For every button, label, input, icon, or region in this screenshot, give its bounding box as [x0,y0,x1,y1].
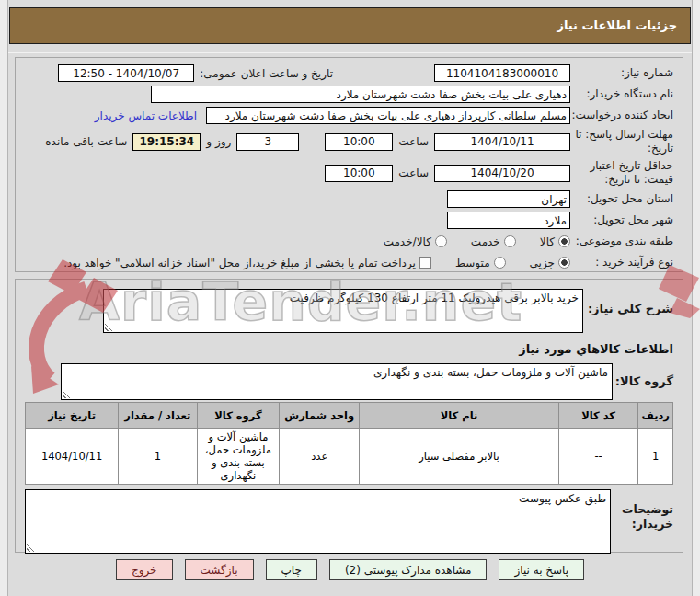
page-edge [0,0,7,596]
description-label: شرح کلي نیاز: [583,289,673,316]
goods-table: ردیف کد کالا نام کالا واحد شمارش گروه کا… [25,402,673,485]
row-buyer-notes: توضیحات خریدار: طبق عکس پیوست [25,489,673,554]
province-label: استان محل تحویل: [570,192,673,206]
buyer-org-input[interactable] [151,86,570,103]
row-price-validity: حداقل تاریخ اعتبار قیمت: تا تاریخ: ساعت [23,158,673,188]
countdown-suffix-label: ساعت باقی مانده [45,135,127,148]
price-validity-label: حداقل تاریخ اعتبار قیمت: تا تاریخ: [570,159,673,187]
reply-deadline-label: مهلت ارسال پاسخ: تا تاریخ: [570,128,673,155]
need-details-groupbox: شرح کلي نیاز: خرید بالابر برقی هیدرولیک … [15,279,683,553]
cell-quantity: 1 [119,429,197,485]
buyer-notes-textarea[interactable]: طبق عکس پیوست [25,489,611,554]
reply-deadline-date-input[interactable] [434,133,570,151]
radio-option-goods: کالا [540,235,570,248]
exit-button[interactable]: خروج [116,559,173,580]
province-input[interactable] [447,190,570,208]
goods-group-textarea-wrap: ماشین آلات و ملزومات حمل، بسته بندی و نگ… [61,363,613,400]
frame-line [692,0,693,596]
cell-goods-name: بالابر مفصلی سیار [360,429,559,485]
need-number-input[interactable] [434,64,570,82]
frame-line [7,0,8,596]
process-type-label: نوع فرآیند خرید : [570,256,673,269]
goods-table-row: 1 -- بالابر مفصلی سیار عدد ماشین آلات و … [26,429,673,485]
medium-radio[interactable] [494,257,506,269]
col-unit: واحد شمارش [280,403,360,429]
row-need-number: شماره نیاز: تاریخ و ساعت اعلان عمومی: [23,63,673,83]
reply-to-need-button[interactable]: پاسخ به نیاز [499,559,584,580]
request-creator-input[interactable] [206,107,570,124]
action-button-row: پاسخ به نیاز مشاهده مدارک پیوستی (2) چاپ… [0,559,700,580]
page-title: جزئیات اطلاعات نیاز [9,7,691,44]
city-input[interactable] [447,212,570,229]
service-radio-label: خدمت [471,235,500,248]
price-validity-time-input[interactable] [325,165,393,182]
tender-detail-page: جزئیات اطلاعات نیاز شماره نیاز: تاریخ و … [0,0,700,596]
treasury-checkbox-option: پرداخت تمام یا بخشی از مبلغ خرید،از محل … [63,257,431,269]
countdown-timer [132,133,201,151]
city-label: شهر محل تحویل: [570,213,673,227]
row-subject-class: طبقه بندی موضوعی: کالا خدمت کالا/خدمت [23,232,673,251]
goods-service-radio[interactable] [435,235,447,247]
row-process-type: نوع فرآیند خرید : جزیي متوسط پرداخت تمام… [23,253,673,272]
cell-unit: عدد [280,429,360,485]
need-number-label: شماره نیاز: [570,66,673,80]
divider [8,52,692,53]
buyer-contact-link[interactable]: اطلاعات تماس خریدار [95,109,197,122]
announce-datetime-label: تاریخ و ساعت اعلان عمومی: [200,67,333,80]
view-attached-docs-button[interactable]: مشاهده مدارک پیوستی (2) [329,559,488,580]
radio-option-medium: متوسط [455,257,506,269]
price-validity-date-input[interactable] [434,165,570,182]
row-reply-deadline: مهلت ارسال پاسخ: تا تاریخ: ساعت روز و سا… [23,127,673,156]
col-need-date: تاریخ نیاز [26,403,119,429]
radio-option-minor: جزیي [530,257,570,269]
service-radio[interactable] [504,235,516,247]
goods-radio-label: کالا [540,235,555,248]
request-info-groupbox: شماره نیاز: تاریخ و ساعت اعلان عمومی: نا… [15,57,683,272]
col-goods-group: گروه کالا [197,403,280,429]
goods-section-heading: اطلاعات کالاهاي مورد نیاز [25,342,673,356]
goods-group-label: گروه کالا: [613,363,673,389]
radio-option-service: خدمت [471,235,516,248]
back-button[interactable]: بازگشت [185,559,254,580]
minor-radio[interactable] [558,257,570,269]
row-city: شهر محل تحویل: [23,211,673,230]
page-edge [693,0,700,596]
medium-radio-label: متوسط [455,257,490,269]
treasury-checkbox[interactable] [419,257,431,269]
buyer-notes-label: توضیحات خریدار: [611,489,673,531]
cell-row-number: 1 [638,429,673,485]
radio-option-goods-service: کالا/خدمت [384,235,447,248]
goods-table-header-row: ردیف کد کالا نام کالا واحد شمارش گروه کا… [26,403,673,429]
goods-radio[interactable] [558,235,570,247]
days-remaining-input[interactable] [236,133,299,151]
subject-class-label: طبقه بندی موضوعی: [570,235,673,248]
cell-goods-group: ماشین آلات و ملزومات حمل، بسته بندی و نگ… [197,429,280,485]
cell-goods-code: -- [558,429,638,485]
reply-deadline-time-input[interactable] [325,133,393,151]
goods-group-textarea[interactable]: ماشین آلات و ملزومات حمل، بسته بندی و نگ… [61,363,613,400]
treasury-checkbox-label: پرداخت تمام یا بخشی از مبلغ خرید،از محل … [63,257,416,269]
description-textarea[interactable]: خرید بالابر برقی هیدرولیک 11 متر ارتفاع … [103,289,583,333]
buyer-org-label: نام دستگاه خریدار: [570,87,673,101]
print-button[interactable]: چاپ [266,559,317,580]
col-quantity: تعداد / مقدار [119,403,197,429]
row-province: استان محل تحویل: [23,189,673,209]
announce-datetime-input[interactable] [58,64,194,82]
reply-deadline-time-label: ساعت [398,135,429,148]
request-creator-label: ایجاد کننده درخواست: [570,109,673,122]
col-row-number: ردیف [638,403,673,429]
row-goods-group: گروه کالا: ماشین آلات و ملزومات حمل، بست… [25,363,673,400]
row-buyer-org: نام دستگاه خریدار: [23,85,673,104]
row-description: شرح کلي نیاز: خرید بالابر برقی هیدرولیک … [25,289,673,333]
buyer-notes-textarea-wrap: طبق عکس پیوست [25,489,611,554]
cell-need-date: 1404/10/11 [26,429,119,485]
minor-radio-label: جزیي [530,257,555,269]
col-goods-name: نام کالا [360,403,559,429]
price-validity-time-label: ساعت [398,166,429,179]
description-textarea-wrap: خرید بالابر برقی هیدرولیک 11 متر ارتفاع … [103,289,583,333]
goods-service-radio-label: کالا/خدمت [384,235,431,248]
row-request-creator: ایجاد کننده درخواست: اطلاعات تماس خریدار [23,106,673,125]
col-goods-code: کد کالا [558,403,638,429]
days-separator-label: روز و [206,135,231,148]
